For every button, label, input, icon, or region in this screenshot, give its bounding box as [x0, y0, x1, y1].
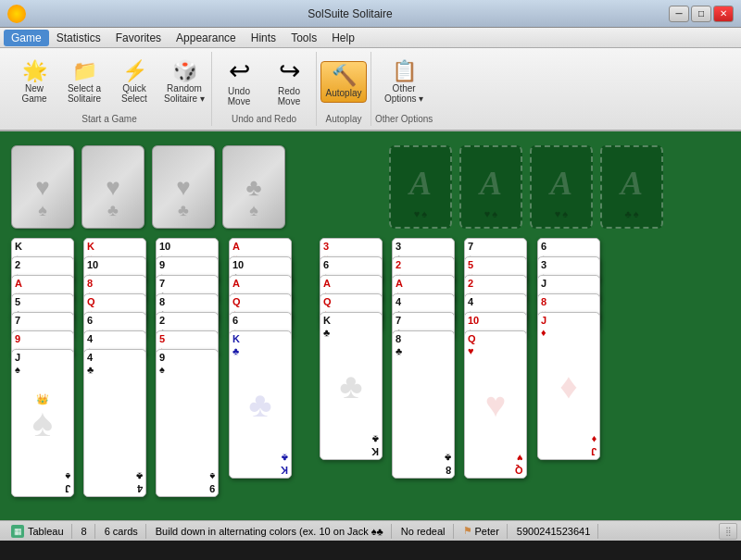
- menu-tools[interactable]: Tools: [283, 30, 324, 46]
- game-area[interactable]: ♥ ♠ ♥ ♣ ♥ ♣ ♣ ♠ A ♥ ♠ A: [0, 131, 741, 520]
- title-bar: SolSuite Solitaire ─ □ ✕: [0, 0, 741, 28]
- autoplay-icon: 🔨: [332, 66, 357, 86]
- status-build-rule: Build down in alternating colors (ex. 10…: [148, 524, 392, 539]
- toolbar-group-start: 🌟 NewGame 📁 Select aSolitaire ⚡ QuickSel…: [7, 52, 212, 126]
- start-group-label: Start a Game: [11, 112, 207, 126]
- other-options-label: OtherOptions ▾: [384, 83, 423, 104]
- minimize-button[interactable]: ─: [669, 6, 689, 22]
- tableau-foundation-area: A ♥ ♠ A ♥ ♠ A ♥ ♠ A ♣ ♠: [389, 145, 663, 229]
- quick-select-button[interactable]: ⚡ QuickSelect: [111, 56, 157, 108]
- window-title: SolSuite Solitaire: [31, 7, 669, 20]
- menu-appearance[interactable]: Appearance: [169, 30, 244, 46]
- tableau-slot-4[interactable]: A ♣ ♠: [600, 145, 663, 229]
- menu-help[interactable]: Help: [324, 30, 362, 46]
- toolbar-group-autoplay: 🔨 Autoplay Autoplay: [317, 52, 371, 126]
- ace-3: A: [550, 164, 572, 203]
- autoplay-button[interactable]: 🔨 Autoplay: [320, 61, 367, 103]
- ace-1: A: [409, 164, 432, 203]
- status-cards: 6 cards: [97, 524, 146, 539]
- spade-icon-2: ♠: [492, 208, 497, 219]
- foundation-4-spade-icon: ♠: [249, 201, 258, 220]
- toolbar: 🌟 NewGame 📁 Select aSolitaire ⚡ QuickSel…: [0, 48, 741, 131]
- new-game-label: NewGame: [21, 83, 46, 104]
- menu-game[interactable]: Game: [4, 30, 49, 46]
- foundation-slot-4[interactable]: ♣ ♠: [222, 145, 285, 229]
- spade-icon-3: ♠: [562, 208, 568, 219]
- heart-icon-3: ♥: [555, 208, 561, 219]
- menu-hints[interactable]: Hints: [244, 30, 283, 46]
- club-icon: ♣: [624, 208, 631, 219]
- status-resize-grip: ⣿: [719, 523, 737, 540]
- heart-icon: ♥: [414, 208, 421, 219]
- suit-1: ♥ ♠: [414, 208, 427, 219]
- random-solitaire-icon: 🎲: [172, 61, 197, 81]
- toolbar-group-undo: ↩ UndoMove ↪ RedoMove Undo and Redo: [212, 52, 317, 126]
- undo-icon: ↩: [229, 58, 250, 84]
- status-number: 8: [74, 524, 95, 539]
- foundation-4-heart-icon: ♣: [245, 173, 261, 202]
- quick-select-label: QuickSelect: [121, 83, 147, 104]
- foundation-slot-1[interactable]: ♥ ♠: [11, 145, 74, 229]
- undo-group-label: Undo and Redo: [216, 112, 312, 126]
- foundation-slot-3[interactable]: ♥ ♣: [152, 145, 215, 229]
- new-game-button[interactable]: 🌟 NewGame: [11, 56, 57, 108]
- ace-4: A: [621, 164, 643, 203]
- foundation-area: ♥ ♠ ♥ ♣ ♥ ♣ ♣ ♠: [11, 145, 285, 229]
- foundation-1-spade-icon: ♠: [38, 201, 47, 220]
- ace-2: A: [480, 164, 502, 203]
- app-icon: [7, 5, 26, 23]
- spade-icon: ♠: [421, 208, 427, 219]
- redo-label: RedoMove: [278, 86, 300, 106]
- window-controls[interactable]: ─ □ ✕: [669, 6, 734, 22]
- options-group-label: Other Options: [375, 112, 433, 126]
- tableau-text: Tableau: [28, 526, 64, 537]
- undo-label: UndoMove: [228, 86, 250, 106]
- tableau-icon: ▦: [11, 525, 24, 538]
- autoplay-group-label: Autoplay: [320, 112, 367, 126]
- foundation-2-heart-icon: ♥: [106, 173, 119, 202]
- select-solitaire-button[interactable]: 📁 Select aSolitaire: [61, 56, 107, 108]
- other-options-icon: 📋: [392, 61, 417, 81]
- heart-icon-2: ♥: [484, 208, 491, 219]
- restore-button[interactable]: □: [691, 6, 711, 22]
- foundation-3-spade-icon: ♣: [178, 201, 189, 220]
- status-bar: ▦ Tableau 8 6 cards Build down in altern…: [0, 520, 741, 541]
- autoplay-label: Autoplay: [326, 88, 362, 98]
- other-options-button[interactable]: 📋 OtherOptions ▾: [381, 56, 427, 108]
- tableau-slot-3[interactable]: A ♥ ♠: [530, 145, 593, 229]
- suit-3: ♥ ♠: [555, 208, 568, 219]
- suit-2: ♥ ♠: [484, 208, 497, 219]
- status-tableau-label: ▦ Tableau: [4, 524, 72, 539]
- tableau-slot-2[interactable]: A ♥ ♠: [459, 145, 522, 229]
- tableau-slot-1[interactable]: A ♥ ♠: [389, 145, 452, 229]
- spade-icon-4: ♠: [634, 208, 639, 219]
- player-name: Peter: [475, 526, 499, 537]
- select-solitaire-label: Select aSolitaire: [68, 83, 101, 104]
- foundation-slot-2[interactable]: ♥ ♣: [82, 145, 144, 229]
- status-player: ⚑ Peter: [456, 524, 508, 539]
- foundation-3-heart-icon: ♥: [176, 173, 190, 202]
- start-buttons: 🌟 NewGame 📁 Select aSolitaire ⚡ QuickSel…: [11, 52, 207, 112]
- on-text: on Jack ♠♣: [333, 526, 383, 537]
- close-button[interactable]: ✕: [713, 6, 734, 22]
- status-score: 5900241523641: [509, 524, 599, 539]
- select-solitaire-icon: 📁: [72, 61, 97, 81]
- quick-select-icon: ⚡: [122, 61, 147, 81]
- suit-4: ♣ ♠: [624, 208, 638, 219]
- autoplay-buttons: 🔨 Autoplay: [320, 52, 367, 112]
- random-solitaire-label: RandomSolitaire ▾: [164, 83, 205, 104]
- build-rule-text: Build down in alternating colors (ex. 10: [156, 526, 331, 537]
- redo-icon: ↪: [279, 58, 300, 84]
- status-redeal: No redeal: [394, 524, 454, 539]
- random-solitaire-button[interactable]: 🎲 RandomSolitaire ▾: [161, 56, 207, 108]
- menu-favorites[interactable]: Favorites: [108, 30, 169, 46]
- undo-buttons: ↩ UndoMove ↪ RedoMove: [216, 52, 312, 112]
- toolbar-group-options: 📋 OtherOptions ▾ Other Options: [371, 52, 436, 126]
- foundation-2-spade-icon: ♣: [107, 201, 119, 220]
- menu-statistics[interactable]: Statistics: [49, 30, 108, 46]
- new-game-icon: 🌟: [22, 61, 47, 81]
- foundation-1-heart-icon: ♥: [35, 173, 49, 202]
- redo-move-button[interactable]: ↪ RedoMove: [266, 54, 312, 111]
- player-icon: ⚑: [463, 525, 472, 537]
- undo-move-button[interactable]: ↩ UndoMove: [216, 54, 262, 111]
